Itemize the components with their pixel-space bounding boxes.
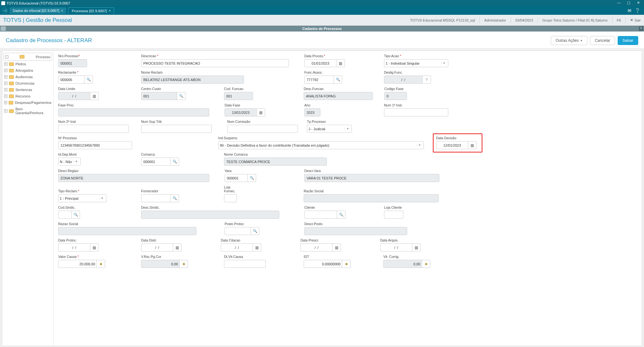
label-ind-suspens: Ind.Suspens. — [218, 136, 424, 140]
label-num-2-inst: Num 2ª Inst — [58, 120, 129, 123]
help-icon[interactable]: ❔ — [635, 8, 640, 13]
user-label: Administrador — [484, 18, 506, 22]
label-id-dep-mont: Id.Dep.Mont — [58, 152, 81, 156]
calendar-button[interactable] — [468, 141, 477, 149]
valor-causa-input[interactable] — [58, 260, 97, 268]
calendar-button[interactable] — [173, 243, 182, 251]
search-button[interactable] — [251, 227, 259, 235]
search-button[interactable] — [248, 174, 256, 182]
num-2-inst-input[interactable] — [58, 125, 129, 133]
label-loja-cliente: Loja Cliente — [384, 205, 403, 209]
fase-proc-input — [58, 108, 209, 116]
num-sup-trib-input[interactable] — [141, 125, 212, 133]
close-window-button[interactable]: ✕ — [634, 1, 643, 6]
search-button[interactable] — [72, 211, 80, 219]
dt-vlr-causa-input[interactable] — [224, 260, 266, 268]
search-button[interactable] — [177, 92, 185, 100]
data-limite-input[interactable] — [58, 92, 90, 100]
tp-processo-select[interactable]: J - Judicial▼ — [307, 125, 352, 133]
calendar-button[interactable] — [90, 243, 99, 251]
search-button[interactable] — [171, 194, 179, 202]
idt-input[interactable] — [304, 260, 342, 268]
currency-button[interactable] — [342, 260, 351, 268]
n-processo-input[interactable] — [58, 141, 132, 149]
data-decisao-input[interactable] — [436, 141, 468, 149]
search-button[interactable] — [85, 76, 93, 84]
currency-button[interactable] — [180, 260, 188, 268]
tab-label: Processos [02.9.0007] — [72, 9, 107, 13]
comarca-input[interactable] — [141, 158, 171, 166]
label-tipo-acao: Tipo Acao * — [384, 54, 448, 58]
label-v-rsc-pg-cor: V.Rsc.Pg.Cor — [141, 255, 189, 259]
id-dep-mont-select[interactable]: N - Não▼ — [58, 158, 81, 166]
fornecedor-input[interactable] — [141, 194, 171, 202]
logout-button[interactable]: ✕ Sair — [630, 18, 641, 22]
loja-cliente-input[interactable] — [384, 211, 403, 219]
tree-item-pleitos[interactable]: +Pleitos — [4, 61, 52, 67]
label-tipo-reclam: Tipo Reclam.* — [58, 189, 106, 193]
calendar-button[interactable] — [257, 108, 265, 116]
tree-item-processo[interactable]: -Processo — [4, 53, 52, 61]
tipo-acao-select[interactable]: 1 - Individual Singular▼ — [384, 59, 448, 67]
mail-icon[interactable]: ✉ — [628, 8, 631, 13]
label-reclamante: Reclamante * — [58, 70, 94, 74]
data-distr-input[interactable] — [141, 243, 173, 251]
data-protoc-input[interactable] — [58, 243, 90, 251]
loja-fornec-input[interactable] — [224, 194, 237, 202]
tree-label: Audiencias — [15, 75, 33, 79]
cancelar-button[interactable]: Cancelar — [590, 36, 615, 45]
tab-processos[interactable]: Processos [02.9.0007] × — [68, 7, 114, 14]
tree-item-audiencias[interactable]: +Audiencias — [4, 74, 52, 80]
reclamante-input[interactable] — [58, 76, 85, 84]
window-titlebar: TOTVS Educacional (TOTVS) 02.9.0007 — ▢ … — [0, 0, 644, 6]
tree-label: Sentencas — [15, 88, 32, 92]
calendar-button[interactable] — [412, 243, 421, 251]
tree-item-bem-garantia[interactable]: +Bem Garantia/Penhora — [4, 106, 52, 116]
data-fase-input[interactable] — [225, 108, 257, 116]
tree-item-ocorrencias[interactable]: +Ocorrencias — [4, 80, 52, 87]
cliente-input[interactable] — [304, 211, 337, 219]
tab-close-icon[interactable]: × — [109, 9, 111, 13]
outras-acoes-button[interactable]: Outras Ações ▼ — [551, 36, 587, 45]
tab-esocial[interactable]: Dados do eSocial [02.9.0007] × — [10, 7, 66, 14]
ind-suspens-select[interactable]: 90 - Decisão Definitiva a favor do contr… — [218, 141, 424, 149]
num-comissao-input[interactable] — [227, 125, 298, 133]
calendar-button[interactable] — [90, 92, 99, 100]
salvar-button[interactable]: Salvar — [618, 36, 638, 45]
data-citacao-input[interactable] — [221, 243, 253, 251]
help-button[interactable] — [423, 76, 431, 84]
folder-icon — [9, 88, 14, 92]
descricao-input[interactable] — [141, 59, 289, 67]
posto-protoc-input[interactable] — [225, 227, 251, 235]
label-tp-processo: Tp.Processo — [307, 120, 352, 123]
back-button[interactable]: ◁ — [2, 8, 8, 14]
tree-item-sentencas[interactable]: +Sentencas — [4, 87, 52, 93]
func-assoc-input[interactable] — [304, 76, 334, 84]
tab-close-icon[interactable]: × — [61, 9, 63, 13]
tree-item-advogados[interactable]: +Advogados — [4, 67, 52, 74]
minimize-button[interactable]: — — [614, 1, 623, 6]
tree-item-despesas[interactable]: +Despesas/Pagamentos — [4, 99, 52, 106]
search-button[interactable] — [334, 76, 342, 84]
calendar-button[interactable] — [336, 59, 345, 67]
vara-input[interactable] — [225, 174, 248, 182]
maximize-button[interactable]: ▢ — [624, 1, 633, 6]
data-arquiv-input[interactable] — [380, 243, 412, 251]
currency-button[interactable] — [97, 260, 105, 268]
data-prescr-input[interactable] — [300, 243, 333, 251]
centro-custo-input[interactable] — [141, 92, 177, 100]
currency-button[interactable] — [422, 260, 430, 268]
nro-processo-input[interactable] — [58, 59, 87, 67]
search-button[interactable] — [337, 211, 345, 219]
label-descr-vara: Descr.Vara — [304, 169, 439, 173]
cod-sindic-input[interactable] — [58, 211, 72, 219]
calendar-button[interactable] — [253, 243, 261, 251]
calendar-button[interactable] — [333, 243, 341, 251]
tree-item-recursos[interactable]: +Recursos — [4, 93, 52, 99]
inner-window-close[interactable]: × — [639, 26, 643, 31]
search-button[interactable] — [171, 158, 179, 166]
company-label: Grupo Totvs Saturno / Filial 01 Rj Satur… — [542, 18, 608, 22]
data-proces-input[interactable] — [304, 59, 336, 67]
tipo-reclam-select[interactable]: 1 - Principal▼ — [58, 194, 106, 202]
num-1-inst-input[interactable] — [384, 108, 448, 116]
